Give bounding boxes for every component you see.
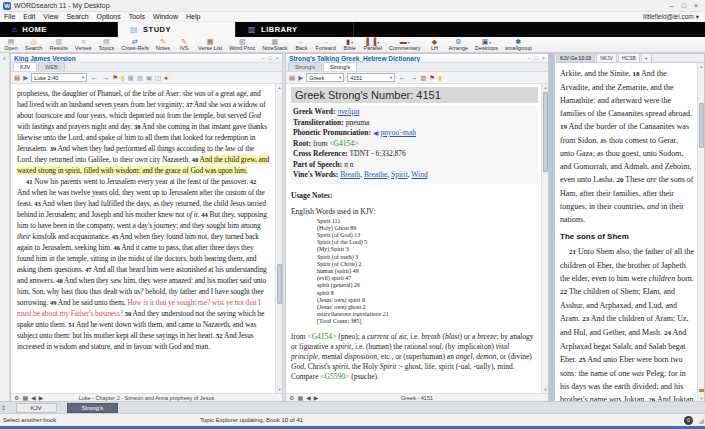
panel-minimize-icon[interactable]: – [527, 55, 530, 61]
tool-ivs[interactable]: ✎IVS [177, 38, 191, 51]
collapsed-sidebar-strip[interactable]: ≡ [0, 53, 10, 401]
menu-tools[interactable]: Tools [129, 13, 145, 20]
tool-word-proc[interactable]: ▧Word Proc [229, 38, 255, 51]
panel-minimize-icon[interactable]: – [261, 55, 264, 61]
vertical-scrollbar[interactable]: ▲ ▼ [697, 63, 704, 402]
ribbon-tab-study[interactable]: ▤STUDY [118, 22, 236, 37]
tool-parallel[interactable]: ▌▐▾Parallel [364, 38, 382, 51]
tool-bible[interactable]: ▮▾Bible [343, 38, 357, 51]
tool-verse-list[interactable]: ▦Verse List [198, 38, 222, 51]
panel-maximize-icon[interactable]: □ [268, 55, 271, 61]
text-link[interactable]: pnyoo'-mah [381, 128, 417, 137]
tool-lh[interactable]: ◆LH [428, 38, 442, 51]
tab-strong-s[interactable]: Strong's [67, 403, 119, 413]
menu-file[interactable]: File [4, 13, 15, 20]
forward-verse-arrow[interactable]: → [101, 74, 109, 82]
back-entry-arrow[interactable]: ← [398, 74, 406, 82]
tool-search[interactable]: ◎Search [25, 38, 42, 51]
bookmark-flag-icon[interactable]: ⚑ [112, 74, 118, 82]
panel-close-icon[interactable]: × [542, 55, 545, 61]
scroll-up-icon[interactable]: ▲ [542, 84, 548, 91]
panel-maximize-icon[interactable]: □ [534, 55, 537, 61]
menu-icon: ≡ [3, 56, 6, 61]
panel-close-icon[interactable]: × [276, 55, 279, 61]
vertical-scrollbar[interactable]: ▲ ▼ [275, 84, 282, 393]
tool-topics[interactable]: ▤Topics [99, 38, 115, 51]
tool-smallgroup[interactable]: ✱smallgroup [505, 38, 532, 51]
tab-kjv[interactable]: KJV [16, 403, 57, 413]
tab-web[interactable]: WEB [38, 62, 65, 71]
topics-icon: ▤ [103, 38, 110, 45]
memorize-icon[interactable]: ▣ [146, 74, 152, 82]
menu-edit[interactable]: Edit [23, 13, 35, 20]
tool-open[interactable]: ▤Open [4, 38, 18, 51]
scroll-up-icon[interactable]: ▲ [276, 84, 282, 91]
text-link[interactable]: Wind [411, 170, 427, 179]
book-open-icon[interactable]: ▥ [420, 74, 426, 82]
tab-strong-s[interactable]: Strong's [323, 62, 357, 71]
film-strip-icon[interactable]: ▦ [128, 74, 134, 82]
tool-cross-refs[interactable]: ⇄Cross-Refs [121, 38, 149, 51]
text-link[interactable]: <G4154> [329, 139, 358, 148]
dict-book-icon[interactable]: ▤ [289, 74, 295, 82]
tool-verses[interactable]: ≡Verses [75, 38, 92, 51]
text-link[interactable]: Breath [340, 170, 360, 179]
speaker-icon[interactable]: ◀) [373, 130, 379, 136]
scroll-up-icon[interactable]: ▲ [698, 63, 704, 70]
text-link[interactable]: Spirit [391, 170, 408, 179]
tab-hcsb[interactable]: HCSB [618, 53, 640, 62]
notification-badge[interactable]: 0 [684, 416, 693, 425]
resize-grip-icon[interactable]: ◢ [699, 417, 704, 425]
maximize-button-icon[interactable]: □ [682, 2, 686, 9]
highlighter-icon[interactable]: ▮ [121, 74, 125, 82]
sync-icon[interactable]: ▶ [298, 74, 303, 82]
tool-arrange[interactable]: ⚙Arrange [449, 38, 469, 51]
text-link[interactable]: Breathe [364, 170, 387, 179]
strongs-number-input[interactable]: 4151 ▾ [347, 73, 395, 82]
tool-back[interactable]: ←Back [295, 38, 309, 51]
forward-entry-arrow[interactable]: → [409, 74, 417, 82]
tool-forward[interactable]: →Forward [316, 38, 336, 51]
text-link[interactable]: <G4154> [307, 332, 336, 341]
menu-options[interactable]: Options [97, 13, 121, 20]
scrollbar-thumb[interactable] [277, 264, 282, 304]
vertical-scrollbar[interactable]: ▲ ▼ [541, 84, 548, 393]
language-combo[interactable]: Greek ▾ [306, 73, 344, 82]
ribbon-tab-home[interactable]: ⌂HOME [0, 22, 118, 37]
bookmark-flag-icon[interactable]: ⚑ [429, 74, 435, 82]
menu-view[interactable]: View [43, 13, 58, 20]
passage-combo[interactable]: Luke 2:40 ▾ [31, 73, 87, 82]
highlighter-icon[interactable]: ▮ [438, 74, 442, 82]
back-verse-arrow[interactable]: ← [90, 74, 98, 82]
menu-icon[interactable]: ≡ [2, 405, 6, 411]
scroll-down-icon[interactable]: ▼ [276, 386, 282, 393]
tab-nkjv[interactable]: NKJV [596, 53, 617, 62]
tab-strong-s[interactable]: Strong's [288, 62, 322, 71]
scrollbar-thumb[interactable] [699, 103, 704, 148]
menu-window[interactable]: Window [153, 13, 178, 20]
ribbon-tab-library[interactable]: ▥LIBRARY [236, 22, 354, 37]
minimize-button-icon[interactable]: – [670, 2, 674, 9]
sync-icon[interactable]: ▶ [23, 74, 28, 82]
map-icon[interactable]: ▥ [137, 74, 143, 82]
account-menu[interactable]: littlefield@lei.com ▾ [643, 13, 701, 21]
bible-book-icon[interactable]: ▤ [14, 74, 20, 82]
menu-search[interactable]: Search [66, 13, 88, 20]
text-link[interactable]: πνεῦμα [337, 107, 359, 116]
tool-commentary[interactable]: ▬▾Commentary [389, 38, 420, 51]
tab-blank[interactable]: + [641, 53, 652, 62]
tab-kjv-ge-10-19[interactable]: KJV Ge 10:19 [556, 53, 595, 62]
menu-help[interactable]: Help [186, 13, 200, 20]
tool-results[interactable]: ▥Results [49, 38, 67, 51]
notestack-icon: ▩ [272, 38, 279, 45]
tool-notestack[interactable]: ▩NoteStack [262, 38, 287, 51]
compare-icon[interactable]: ◫ [155, 74, 161, 82]
scrollbar-thumb[interactable] [543, 92, 548, 172]
tool-notes[interactable]: ✎Notes [156, 38, 170, 51]
tool-desktops[interactable]: ▣▾Desktops [475, 38, 498, 51]
scroll-down-icon[interactable]: ▼ [542, 386, 548, 393]
text-link[interactable]: <G5590> [320, 372, 349, 381]
tab-kjv[interactable]: KJV [13, 62, 37, 71]
close-button-icon[interactable]: × [694, 2, 698, 9]
record-icon[interactable]: ● [164, 74, 168, 82]
